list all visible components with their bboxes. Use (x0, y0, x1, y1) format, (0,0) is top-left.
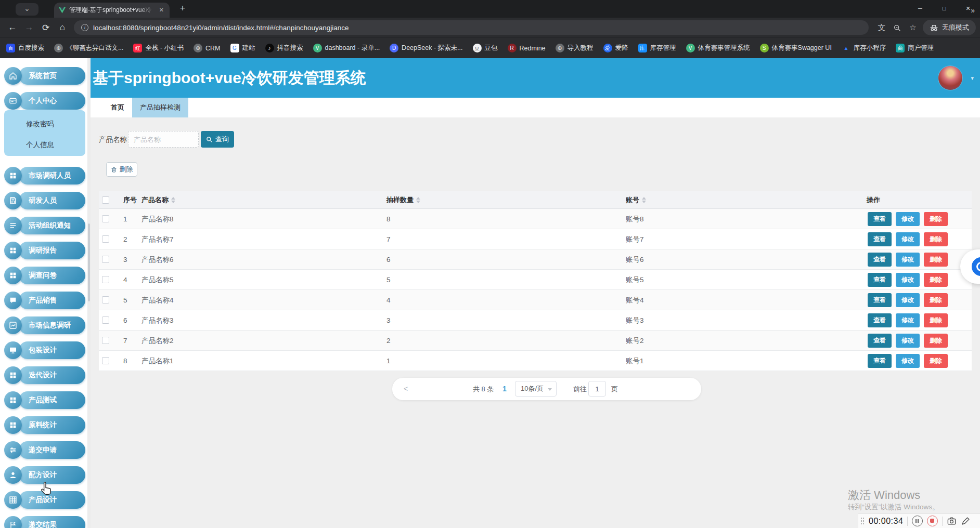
bookmark-item[interactable]: 爱爱降 (603, 44, 628, 52)
query-button[interactable]: 查询 (201, 131, 234, 148)
bookmark-item[interactable]: DDeepSeek - 探索未... (390, 44, 462, 52)
drag-handle-icon[interactable] (860, 517, 865, 525)
sidebar-item-7[interactable]: 调查问卷 (0, 267, 87, 284)
sidebar-item-2[interactable]: 个人中心 (0, 92, 87, 110)
bookmark-item[interactable]: 红全栈 - 小红书 (133, 44, 184, 52)
bookmark-star-icon[interactable]: ☆ (905, 23, 921, 32)
sidebar-scrollbar-thumb[interactable] (88, 223, 90, 301)
edit-row-button[interactable]: 修改 (896, 212, 920, 226)
row-checkbox[interactable] (102, 256, 109, 263)
sidebar-item-6[interactable]: 调研报告 (0, 242, 87, 259)
sidebar-item-16[interactable]: 产品设计 (0, 491, 87, 509)
edit-row-button[interactable]: 修改 (896, 293, 920, 307)
sort-caret-icon[interactable] (642, 197, 646, 203)
row-checkbox[interactable] (102, 316, 109, 324)
goto-page-input[interactable] (588, 381, 606, 397)
avatar-dropdown-icon[interactable]: ▾ (971, 75, 974, 82)
row-checkbox[interactable] (102, 235, 109, 243)
sidebar-item-12[interactable]: 产品测试 (0, 391, 87, 409)
sidebar-item-13[interactable]: 原料统计 (0, 416, 87, 434)
sidebar-item-4[interactable]: 研发人员 (0, 192, 87, 209)
del-row-button[interactable]: 删除 (924, 354, 948, 368)
bookmark-item[interactable]: ⊕导入教程 (556, 44, 594, 52)
view-row-button[interactable]: 查看 (868, 273, 892, 287)
pause-button[interactable] (912, 516, 923, 526)
forward-button[interactable]: → (21, 22, 37, 33)
sidebar-item-15[interactable]: 配方设计 (0, 466, 87, 484)
del-row-button[interactable]: 删除 (924, 293, 948, 307)
address-bar[interactable]: i localhost:8080/springboot48n21yi0/admi… (74, 20, 869, 35)
bookmark-item[interactable]: V体育赛事管理系统 (686, 44, 750, 52)
view-row-button[interactable]: 查看 (868, 232, 892, 246)
sidebar-item-11[interactable]: 迭代设计 (0, 366, 87, 384)
bookmark-item[interactable]: 豆豆包 (473, 44, 498, 52)
bookmark-item[interactable]: ♪抖音搜索 (265, 44, 303, 52)
tab-close-icon[interactable]: ✕ (158, 7, 165, 14)
del-row-button[interactable]: 删除 (924, 212, 948, 226)
row-checkbox[interactable] (102, 357, 109, 364)
browser-tab[interactable]: 管理端-基于springboot+vue冷 ✕ (54, 3, 170, 18)
sort-caret-icon[interactable] (416, 197, 420, 203)
prev-page-button[interactable]: < (404, 378, 408, 400)
view-row-button[interactable]: 查看 (868, 293, 892, 307)
view-row-button[interactable]: 查看 (868, 354, 892, 368)
sort-caret-icon[interactable] (171, 197, 175, 203)
bookmark-item[interactable]: RRedmine (508, 44, 546, 52)
edit-row-button[interactable]: 修改 (896, 232, 920, 246)
view-row-button[interactable]: 查看 (868, 334, 892, 348)
screenshot-camera-button[interactable] (947, 516, 957, 526)
sidebar-item-17[interactable]: 递交结果 (0, 516, 87, 528)
row-checkbox[interactable] (102, 337, 109, 344)
stop-button[interactable] (927, 516, 938, 526)
zoom-icon[interactable] (889, 23, 905, 32)
bookmark-item[interactable]: ▲库存小程序 (842, 44, 886, 52)
search-input[interactable] (128, 131, 199, 148)
sidebar-item-5[interactable]: 活动组织通知 (0, 217, 87, 234)
edit-row-button[interactable]: 修改 (896, 313, 920, 327)
back-button[interactable]: ← (4, 22, 21, 33)
sidebar-item-8[interactable]: 产品销售 (0, 292, 87, 309)
sidebar-item-9[interactable]: 市场信息调研 (0, 316, 87, 334)
bookmark-item[interactable]: 商商户管理 (896, 44, 934, 52)
site-info-icon[interactable]: i (81, 24, 88, 31)
select-all-checkbox[interactable] (102, 196, 109, 204)
edit-row-button[interactable]: 修改 (896, 354, 920, 368)
sidebar-submenu-item[interactable]: 修改密码 (26, 116, 78, 132)
sidebar-item-3[interactable]: 市场调研人员 (0, 167, 87, 184)
view-row-button[interactable]: 查看 (868, 313, 892, 327)
row-checkbox[interactable] (102, 215, 109, 222)
row-checkbox[interactable] (102, 296, 109, 303)
del-row-button[interactable]: 删除 (924, 334, 948, 348)
bookmark-item[interactable]: ⊕CRM (194, 44, 220, 52)
current-page[interactable]: 1 (502, 378, 507, 400)
minimize-button[interactable]: ─ (908, 0, 932, 18)
reload-button[interactable]: ⟳ (37, 22, 54, 33)
sidebar-item-1[interactable]: 系统首页 (0, 67, 87, 85)
edit-row-button[interactable]: 修改 (896, 273, 920, 287)
bookmark-item[interactable]: S体育赛事Swagger UI (760, 44, 832, 52)
translate-icon[interactable]: 文 (874, 23, 889, 33)
bookmark-item[interactable]: 库库存管理 (638, 44, 676, 52)
sidebar-item-14[interactable]: 递交申请 (0, 441, 87, 459)
home-button[interactable]: ⌂ (54, 22, 71, 33)
del-row-button[interactable]: 删除 (924, 253, 948, 267)
bookmark-item[interactable]: ⊕《聊斋志异白话文... (54, 44, 123, 52)
bookmark-item[interactable]: Vdashboard - 录单... (313, 44, 380, 52)
bookmark-item[interactable]: G建站 (230, 44, 255, 52)
page-size-select[interactable]: 10条/页 (515, 381, 557, 397)
sidebar-submenu-item[interactable]: 个人信息 (26, 137, 78, 153)
new-tab-button[interactable]: + (176, 2, 189, 16)
view-row-button[interactable]: 查看 (868, 253, 892, 267)
sidebar-item-10[interactable]: 包装设计 (0, 341, 87, 359)
tab-首页[interactable]: 首页 (103, 98, 132, 117)
del-row-button[interactable]: 删除 (924, 232, 948, 246)
tab-search-icon[interactable]: ⌄ (16, 3, 38, 16)
annotate-pencil-button[interactable] (961, 516, 971, 526)
bookmark-item[interactable]: 百百度搜索 (6, 44, 44, 52)
maximize-button[interactable]: □ (932, 0, 956, 18)
del-row-button[interactable]: 删除 (924, 273, 948, 287)
view-row-button[interactable]: 查看 (868, 212, 892, 226)
assistant-icon[interactable] (972, 257, 980, 276)
close-button[interactable]: ✕ (956, 0, 980, 18)
edit-row-button[interactable]: 修改 (896, 334, 920, 348)
